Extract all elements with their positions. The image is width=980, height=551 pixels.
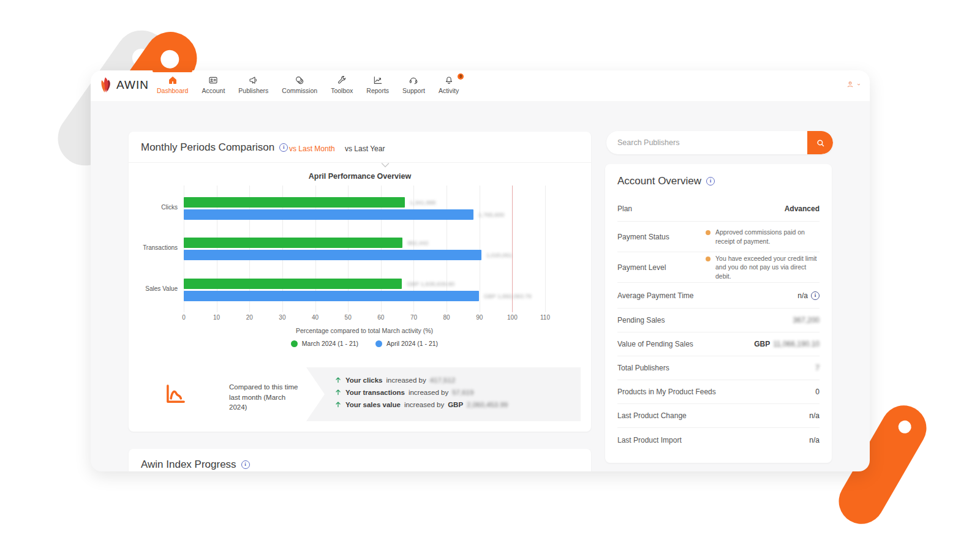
account-row-last-product-import: Last Product Importn/a [617, 428, 820, 452]
row-label: Last Product Change [617, 411, 687, 420]
bar-value-label: GBP 1,892,093.79 [484, 291, 532, 301]
legend-item[interactable]: April 2024 (1 - 21) [375, 340, 438, 347]
gridline [480, 186, 480, 312]
row-value: 7 [815, 364, 820, 372]
nav-item-reports[interactable]: Reports [360, 70, 396, 101]
row-label: Products in My Product Feeds [617, 388, 716, 396]
page: AWIN DashboardAccountPublishersCommissio… [0, 0, 980, 551]
info-icon[interactable]: i [811, 291, 820, 300]
account-row-last-product-change: Last Product Changen/a [617, 404, 820, 428]
summary-subject: Your clicks [345, 377, 383, 384]
chart-title: April Performance Overview [129, 172, 591, 181]
row-value-text: 0 [815, 388, 820, 396]
account-row-pending-sales: Pending Sales367,200 [617, 309, 820, 332]
nav-item-commission[interactable]: Commission [275, 70, 324, 101]
account-overview-card: Account Overview i PlanAdvancedPayment S… [605, 164, 832, 463]
chart-trend-icon [163, 381, 189, 407]
row-value-text: 7 [815, 364, 820, 372]
x-tick-label: 100 [507, 314, 518, 321]
bar-value-label: 1,020,061 [486, 250, 512, 260]
legend-item[interactable]: March 2024 (1 - 21) [291, 340, 358, 347]
bar-chart-plot: Percentage compared to total March activ… [184, 186, 545, 351]
bar-april-sales-value [184, 291, 479, 301]
monthly-periods-comparison-card: Monthly Periods Comparison i vs Last Mon… [129, 132, 591, 432]
card-title: Account Overview [617, 175, 701, 187]
row-label: Plan [617, 204, 632, 213]
info-icon[interactable]: i [706, 177, 715, 186]
summary-verb: increased by [404, 401, 444, 408]
status-dot [706, 257, 710, 261]
x-tick-label: 80 [443, 314, 450, 321]
account-row-payment-status: Payment StatusApproved commissions paid … [617, 222, 820, 252]
top-navigation-bar: AWIN DashboardAccountPublishersCommissio… [91, 70, 870, 101]
user-menu[interactable] [846, 80, 861, 89]
chevron-down-icon [856, 82, 861, 87]
summary-subject: Your transactions [345, 389, 405, 396]
x-tick-label: 20 [246, 314, 253, 321]
nav-item-label: Reports [366, 87, 389, 94]
account-row-plan: PlanAdvanced [617, 196, 820, 222]
info-icon[interactable]: i [241, 460, 250, 469]
row-value: Advanced [785, 204, 820, 213]
search-button[interactable] [807, 131, 833, 154]
card-header: Monthly Periods Comparison i vs Last Mon… [129, 132, 591, 163]
up-arrow-icon [334, 376, 342, 384]
home-icon [168, 75, 178, 85]
summary-compared-text: Compared to this time last month (March … [229, 382, 300, 413]
row-value-text: n/a [797, 291, 808, 300]
row-value-text: n/a [809, 411, 820, 420]
nav-item-label: Dashboard [157, 87, 188, 94]
bar-value-label: 1,765,600 [478, 209, 504, 220]
summary-value: 417,512 [430, 377, 456, 384]
x-tick-label: 110 [540, 314, 550, 321]
card-title: Awin Index Progress [141, 459, 236, 471]
summary-line: Your sales valueincreased byGBP2,060,453… [334, 400, 508, 408]
publisher-search [606, 131, 833, 154]
tab-vs-last-year[interactable]: vs Last Year [345, 144, 385, 153]
bar-april-transactions [184, 250, 481, 260]
status-text: You have exceeded your credit limit and … [715, 254, 820, 280]
x-tick-label: 70 [410, 314, 417, 321]
nav-item-activity[interactable]: Activity0 [432, 70, 466, 101]
status-dot [706, 230, 710, 235]
category-label: Sales Value [124, 285, 178, 292]
row-label: Payment Status [617, 233, 669, 241]
row-value-text: Advanced [785, 204, 820, 213]
category-label: Transactions [124, 244, 178, 251]
nav-item-label: Toolbox [331, 87, 353, 94]
row-status: Approved commissions paid on receipt of … [706, 228, 820, 245]
info-icon[interactable]: i [279, 143, 288, 152]
bar-march-transactions [184, 238, 402, 248]
x-tick-label: 50 [345, 314, 352, 321]
x-tick-label: 40 [312, 314, 318, 321]
summary-verb: increased by [409, 389, 448, 396]
nav-item-toolbox[interactable]: Toolbox [324, 70, 360, 101]
nav-item-support[interactable]: Support [396, 70, 432, 101]
nav-item-dashboard[interactable]: Dashboard [150, 70, 195, 101]
app-window: AWIN DashboardAccountPublishersCommissio… [91, 70, 870, 471]
account-row-average-payment-time: Average Payment Timen/ai [617, 283, 820, 309]
row-label: Last Product Import [617, 436, 682, 444]
collapse-chevron-icon[interactable] [381, 159, 390, 170]
main-nav: DashboardAccountPublishersCommissionTool… [150, 70, 466, 101]
nav-item-label: Publishers [238, 87, 268, 94]
row-value-text: n/a [809, 436, 820, 444]
account-row-value-of-pending-sales: Value of Pending SalesGBP11,066,190.10 [617, 332, 820, 356]
up-arrow-icon [334, 400, 342, 408]
awin-logo[interactable]: AWIN [99, 76, 149, 94]
chart-legend: March 2024 (1 - 21)April 2024 (1 - 21) [184, 340, 545, 347]
notification-badge: 0 [458, 73, 464, 80]
currency-prefix: GBP [754, 340, 770, 348]
tab-vs-last-month[interactable]: vs Last Month [289, 144, 335, 153]
nav-item-publishers[interactable]: Publishers [232, 70, 275, 101]
row-label: Average Payment Time [617, 291, 694, 300]
search-input[interactable] [606, 131, 806, 154]
row-label: Value of Pending Sales [617, 340, 693, 348]
summary-currency: GBP [448, 401, 463, 408]
account-row-total-publishers: Total Publishers7 [617, 356, 820, 380]
nav-item-account[interactable]: Account [195, 70, 232, 101]
row-value: 367,200 [793, 316, 820, 324]
row-value: n/a [809, 411, 820, 420]
coins-icon [295, 75, 304, 85]
flame-icon [99, 76, 114, 94]
